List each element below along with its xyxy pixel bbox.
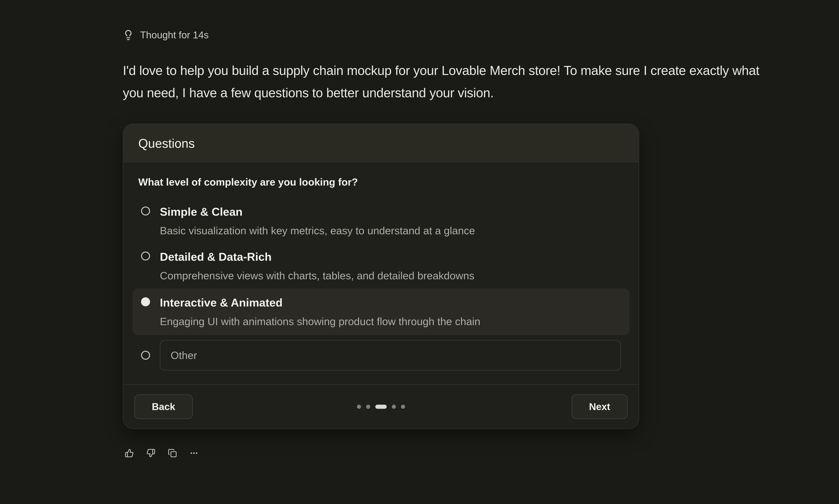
- thought-label: Thought for 14s: [140, 29, 209, 41]
- copy-icon: [168, 449, 177, 457]
- message-actions: [125, 449, 789, 457]
- more-options-icon: [189, 449, 198, 457]
- chat-message-block: Thought for 14s I'd love to help you bui…: [123, 29, 789, 457]
- pagination-dot: [366, 404, 370, 409]
- option-label: Interactive & Animated: [160, 296, 480, 309]
- option-label: Simple & Clean: [160, 205, 475, 219]
- thumbs-down-icon: [146, 449, 155, 457]
- pagination-dots: [357, 404, 405, 409]
- pagination-dot: [392, 404, 396, 409]
- more-options-button[interactable]: [189, 449, 198, 457]
- copy-button[interactable]: [168, 449, 177, 457]
- option-text: Interactive & Animated Engaging UI with …: [160, 296, 480, 328]
- thumbs-up-icon: [125, 449, 134, 457]
- thought-toggle[interactable]: Thought for 14s: [123, 29, 209, 41]
- option-description: Engaging UI with animations showing prod…: [160, 315, 480, 328]
- next-button[interactable]: Next: [572, 394, 628, 419]
- back-button[interactable]: Back: [134, 394, 193, 419]
- questions-card: Questions What level of complexity are y…: [123, 124, 639, 429]
- option-text: Detailed & Data-Rich Comprehensive views…: [160, 250, 474, 282]
- question-text: What level of complexity are you looking…: [138, 176, 624, 188]
- radio-selected-icon[interactable]: [141, 297, 150, 306]
- lightbulb-icon: [123, 30, 134, 40]
- option-text: Simple & Clean Basic visualization with …: [160, 205, 475, 237]
- pagination-dot: [357, 404, 361, 409]
- option-interactive-animated[interactable]: Interactive & Animated Engaging UI with …: [133, 288, 630, 335]
- option-detailed-data-rich[interactable]: Detailed & Data-Rich Comprehensive views…: [133, 250, 630, 282]
- option-other[interactable]: [133, 340, 630, 371]
- thumbs-up-button[interactable]: [125, 449, 134, 457]
- other-input[interactable]: [160, 340, 621, 371]
- assistant-message-text: I'd love to help you build a supply chai…: [123, 59, 759, 104]
- pagination-dot-active: [375, 404, 387, 409]
- option-description: Comprehensive views with charts, tables,…: [160, 269, 474, 282]
- card-title: Questions: [138, 136, 195, 151]
- options-list: Simple & Clean Basic visualization with …: [133, 205, 630, 371]
- questions-card-header: Questions: [123, 124, 639, 163]
- pagination-dot: [401, 404, 405, 409]
- option-description: Basic visualization with key metrics, ea…: [160, 224, 475, 237]
- option-label: Detailed & Data-Rich: [160, 250, 474, 264]
- radio-icon[interactable]: [141, 252, 150, 260]
- option-simple-clean[interactable]: Simple & Clean Basic visualization with …: [133, 205, 630, 237]
- radio-icon[interactable]: [141, 206, 150, 216]
- questions-card-body: What level of complexity are you looking…: [123, 163, 639, 384]
- thumbs-down-button[interactable]: [146, 449, 155, 457]
- questions-card-footer: Back Next: [123, 384, 639, 429]
- radio-icon[interactable]: [141, 351, 150, 360]
